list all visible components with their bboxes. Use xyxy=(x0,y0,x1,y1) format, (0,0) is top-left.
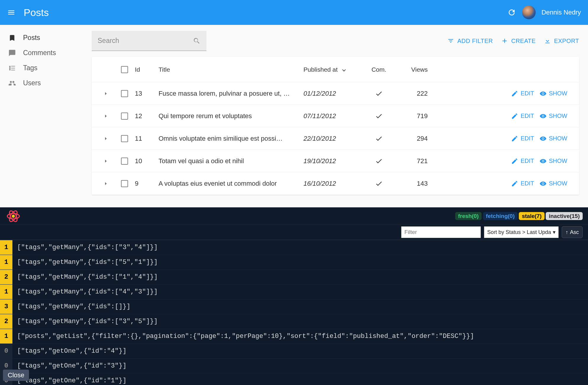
menu-icon[interactable] xyxy=(7,8,15,17)
sidebar-label: Tags xyxy=(23,64,38,72)
pill-inactive[interactable]: inactive(15) xyxy=(546,212,583,220)
edit-button[interactable]: EDIT xyxy=(511,180,534,187)
search-box[interactable] xyxy=(92,31,206,51)
query-row[interactable]: 0["tags","getOne",{"id":"4"}] xyxy=(0,344,588,359)
toolbar-actions: ADD FILTER CREATE EXPORT xyxy=(447,37,579,44)
query-row[interactable]: 0["tags","getOne",{"id":"3"}] xyxy=(0,359,588,373)
sidebar-item-posts[interactable]: Posts xyxy=(0,30,83,45)
edit-button[interactable]: EDIT xyxy=(511,90,534,97)
cell-id: 13 xyxy=(135,90,159,97)
query-row[interactable]: 2["tags","getMany",{"ids":["3","5"]}] xyxy=(0,314,588,329)
query-row[interactable]: 2["tags","getMany",{"ids":["1","4"]}] xyxy=(0,270,588,285)
cell-com xyxy=(363,135,395,142)
devtools-filter-input[interactable] xyxy=(401,226,481,238)
show-button[interactable]: SHOW xyxy=(539,90,567,97)
query-text: ["tags","getOne",{"id":"4"}] xyxy=(12,347,127,355)
expand-button[interactable] xyxy=(98,158,114,164)
eye-icon xyxy=(539,180,547,187)
query-text: ["tags","getOne",{"id":"3"}] xyxy=(12,362,127,370)
query-count: 2 xyxy=(0,270,12,284)
col-views[interactable]: Views xyxy=(395,66,437,73)
expand-button[interactable] xyxy=(98,113,114,119)
cell-views: 721 xyxy=(395,157,437,165)
query-text: ["tags","getOne",{"id":"1"}] xyxy=(12,377,127,384)
devtools-close-button[interactable]: Close xyxy=(3,370,29,381)
col-published[interactable]: Published at xyxy=(303,66,363,73)
checkbox[interactable] xyxy=(121,158,128,165)
check-icon xyxy=(375,180,383,187)
edit-button[interactable]: EDIT xyxy=(511,135,534,142)
checkbox-all[interactable] xyxy=(121,66,128,73)
row-check xyxy=(114,158,135,165)
show-button[interactable]: SHOW xyxy=(539,135,567,142)
create-label: CREATE xyxy=(511,38,536,44)
avatar[interactable] xyxy=(522,6,536,19)
row-check xyxy=(114,90,135,97)
filter-icon xyxy=(447,37,454,44)
query-text: ["posts","getList",{"filter":{},"paginat… xyxy=(12,333,474,340)
devtools-sort-select[interactable]: Sort by Status > Last Upda▾ xyxy=(484,226,559,238)
query-row[interactable]: 1["tags","getMany",{"ids":["4","3"]}] xyxy=(0,285,588,299)
pill-fresh[interactable]: fresh(0) xyxy=(455,212,482,220)
pill-stale[interactable]: stale(7) xyxy=(519,212,545,220)
react-query-logo-icon xyxy=(5,208,21,224)
query-row[interactable]: 1["tags","getMany",{"ids":["3","4"]}] xyxy=(0,240,588,255)
plus-icon xyxy=(501,37,508,44)
edit-button[interactable]: EDIT xyxy=(511,113,534,120)
show-button[interactable]: SHOW xyxy=(539,158,567,165)
add-filter-button[interactable]: ADD FILTER xyxy=(447,37,493,44)
col-com[interactable]: Com. xyxy=(363,66,395,73)
edit-button[interactable]: EDIT xyxy=(511,158,534,165)
devtools-asc-button[interactable]: ↑Asc xyxy=(562,226,583,238)
query-row[interactable]: 0["tags","getOne",{"id":"1"}] xyxy=(0,373,588,385)
query-text: ["tags","getMany",{"ids":["1","4"]}] xyxy=(12,273,158,281)
query-text: ["tags","getMany",{"ids":[]}] xyxy=(12,303,130,310)
pill-fetching[interactable]: fetching(0) xyxy=(483,212,518,220)
devtools-filter-controls: Sort by Status > Last Upda▾ ↑Asc xyxy=(401,226,583,238)
sidebar-item-users[interactable]: Users xyxy=(0,76,83,91)
expand-button[interactable] xyxy=(98,136,114,142)
col-title[interactable]: Title xyxy=(159,66,303,73)
query-count: 3 xyxy=(0,299,12,314)
cell-date: 07/11/2012 xyxy=(303,112,363,120)
export-button[interactable]: EXPORT xyxy=(544,37,579,44)
table-row: 12 Qui tempore rerum et voluptates 07/11… xyxy=(92,105,579,127)
expand-button[interactable] xyxy=(98,91,114,97)
sidebar-label: Users xyxy=(23,79,41,87)
col-id[interactable]: Id xyxy=(135,66,159,73)
app-header: Posts Dennis Nedry xyxy=(0,0,588,25)
cell-actions: EDIT SHOW xyxy=(437,158,573,165)
devtools-panel: fresh(0) fetching(0) stale(7) inactive(1… xyxy=(0,207,588,385)
sidebar-item-comments[interactable]: Comments xyxy=(0,45,83,60)
cell-title: Qui tempore rerum et voluptates xyxy=(159,112,303,120)
search-input[interactable] xyxy=(98,37,193,45)
cell-date: 22/10/2012 xyxy=(303,135,363,142)
toolbar: ADD FILTER CREATE EXPORT xyxy=(92,31,579,51)
cell-actions: EDIT SHOW xyxy=(437,180,573,187)
sidebar-label: Posts xyxy=(23,34,40,42)
sidebar-item-tags[interactable]: Tags xyxy=(0,60,83,76)
cell-views: 222 xyxy=(395,90,437,97)
checkbox[interactable] xyxy=(121,90,128,97)
refresh-icon[interactable] xyxy=(507,8,516,17)
query-count: 1 xyxy=(0,329,12,344)
cell-actions: EDIT SHOW xyxy=(437,113,573,120)
create-button[interactable]: CREATE xyxy=(501,37,536,44)
pencil-icon xyxy=(511,180,518,187)
query-row[interactable]: 3["tags","getMany",{"ids":[]}] xyxy=(0,299,588,314)
query-row[interactable]: 1["posts","getList",{"filter":{},"pagina… xyxy=(0,329,588,344)
cell-com xyxy=(363,157,395,165)
checkbox[interactable] xyxy=(121,135,128,142)
query-row[interactable]: 1["tags","getMany",{"ids":["5","1"]}] xyxy=(0,255,588,270)
check-icon xyxy=(375,157,383,165)
eye-icon xyxy=(539,158,547,165)
list-icon xyxy=(8,64,16,72)
bookmark-icon xyxy=(8,34,16,42)
expand-button[interactable] xyxy=(98,181,114,187)
checkbox[interactable] xyxy=(121,180,128,187)
show-button[interactable]: SHOW xyxy=(539,113,567,120)
col-check xyxy=(114,66,135,73)
checkbox[interactable] xyxy=(121,113,128,120)
svg-point-3 xyxy=(12,214,15,217)
show-button[interactable]: SHOW xyxy=(539,180,567,187)
